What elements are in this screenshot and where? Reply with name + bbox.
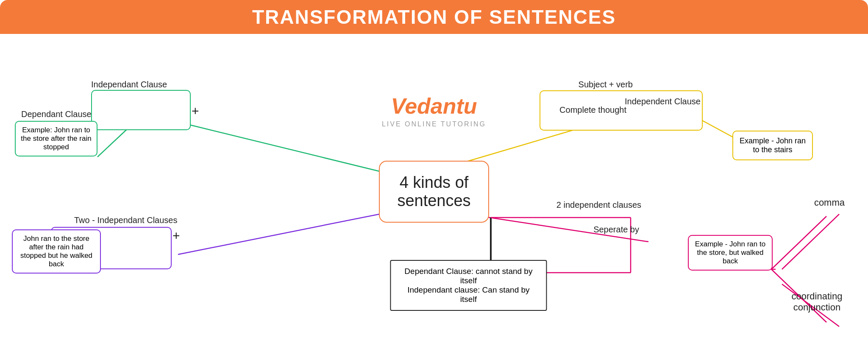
example-pink: Example - John ran to the store, but wal… xyxy=(688,235,773,271)
vedantu-logo: Vedantu LIVE ONLINE TUTORING xyxy=(382,93,486,128)
separate-by-label: Seperate by xyxy=(593,225,639,235)
center-bottom-line1: Dependant Clause: cannot stand by itself xyxy=(401,267,536,285)
example-purple: John ran to the store after the rain had… xyxy=(12,229,101,274)
2independent-label: 2 independent clauses xyxy=(556,200,641,210)
independent-box xyxy=(91,90,191,130)
example-green: Example: John ran to the store after the… xyxy=(15,121,97,156)
vedantu-tagline: LIVE ONLINE TUTORING xyxy=(382,120,486,128)
center-text: 4 kinds of sentences xyxy=(397,173,470,209)
dependant-label: Dependant Clause xyxy=(21,109,92,119)
vedantu-name: Vedantu xyxy=(382,93,486,119)
subject-verb-label: Subject + verb xyxy=(579,80,633,89)
header: TRANSFORMATION OF SENTENCES xyxy=(0,0,868,34)
center-bottom-box: Dependant Clause: cannot stand by itself… xyxy=(390,260,547,311)
center-bottom-line2: Independant clause: Can stand by itself xyxy=(401,285,536,304)
comma-label: comma xyxy=(814,197,845,208)
page-title: TRANSFORMATION OF SENTENCES xyxy=(252,6,616,28)
center-box: 4 kinds of sentences xyxy=(379,161,489,223)
plus-topleft: + xyxy=(192,104,199,118)
svg-line-14 xyxy=(782,214,839,269)
two-independent-label: Two - Independant Clauses xyxy=(74,215,178,225)
example-yellow: Example - John ran to the stairs xyxy=(732,131,813,160)
plus-bottomleft: + xyxy=(172,229,180,243)
independent-label: Independant Clause xyxy=(91,80,167,89)
coordinating-label: coordinating conjunction xyxy=(778,291,856,313)
complete-thought-label: Complete thought xyxy=(559,105,626,115)
main-area: 4 kinds of sentences Vedantu LIVE ONLINE… xyxy=(0,34,868,349)
independent-clause-label: Independent Clause xyxy=(625,97,701,106)
